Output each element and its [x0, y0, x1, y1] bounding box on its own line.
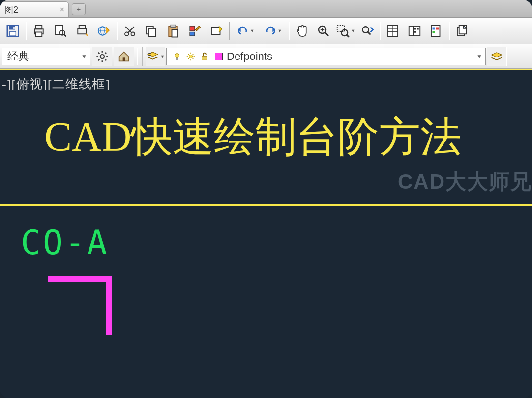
layer-states-button[interactable] [487, 47, 506, 66]
app-window: 图2 × + [0, 0, 532, 398]
publish-button[interactable] [93, 20, 115, 42]
save-button[interactable] [2, 20, 24, 42]
svg-rect-5 [36, 26, 42, 29]
layers-icon [490, 50, 503, 63]
toolbar-separator [449, 22, 449, 40]
svg-line-9 [64, 35, 66, 37]
svg-rect-24 [190, 26, 195, 31]
main-toolbar: ▼ ▼ ▼ [0, 18, 532, 44]
command-hint-text: CO-A [21, 223, 109, 262]
svg-rect-48 [433, 31, 435, 33]
layer-color-swatch [215, 53, 223, 60]
zoom-previous-button[interactable] [356, 20, 378, 42]
copy-icon [144, 24, 159, 38]
hand-icon [295, 24, 309, 38]
step-vertical-segment [106, 276, 112, 335]
house-icon [117, 50, 131, 63]
drawing-yellow-line [0, 204, 532, 206]
redo-button[interactable]: ▼ [259, 20, 287, 42]
close-tab-icon[interactable]: × [60, 5, 64, 14]
drawing-title-text: CAD快速绘制台阶方法 [44, 109, 462, 165]
dropdown-icon: ▼ [160, 54, 165, 59]
toolbar-separator [117, 22, 117, 40]
drawing-canvas[interactable]: -][俯视][二维线框] CAD快速绘制台阶方法 CAD大大师兄 CO-A [0, 69, 532, 398]
document-tab-label: 图2 [4, 4, 18, 16]
print-button[interactable] [28, 20, 50, 42]
lightbulb-on-icon [172, 51, 182, 62]
svg-rect-44 [414, 31, 416, 33]
svg-line-28 [325, 32, 328, 36]
globe-arrow-icon [96, 24, 111, 38]
paste-button[interactable] [162, 20, 184, 42]
zoom-window-button[interactable]: ▼ [334, 20, 356, 42]
watermark-text: CAD大大师兄 [398, 168, 532, 196]
dropdown-icon: ▼ [351, 28, 355, 33]
dropdown-icon: ▼ [278, 28, 282, 33]
workspace-settings-button[interactable] [92, 47, 112, 66]
svg-rect-42 [414, 28, 416, 30]
toolbar-separator [137, 48, 137, 65]
svg-rect-3 [13, 27, 15, 29]
print-preview-icon [53, 24, 68, 38]
home-button[interactable] [114, 47, 134, 66]
svg-rect-25 [190, 32, 195, 36]
chevron-down-icon: ▼ [476, 53, 482, 60]
layer-state-icons [172, 51, 210, 62]
drawing-step-shape [48, 276, 112, 282]
toolbar-separator [26, 22, 26, 40]
layer-stack-icon [146, 50, 159, 63]
workspace-selected-label: 经典 [7, 49, 29, 64]
layer-dropdown[interactable]: Defpoints ▼ [166, 48, 486, 65]
svg-rect-47 [436, 28, 439, 30]
svg-rect-2 [10, 31, 16, 36]
workspace-layer-toolbar: 经典 ▼ ▼ Defpoints ▼ [0, 44, 532, 69]
design-center-icon [407, 24, 422, 38]
toolbar-separator [380, 22, 380, 40]
print-preview-button[interactable] [50, 20, 71, 42]
document-tab[interactable]: 图2 × [0, 1, 69, 17]
lock-open-icon [199, 51, 210, 62]
svg-rect-20 [149, 28, 156, 36]
svg-rect-58 [202, 56, 207, 60]
floppy-icon [5, 24, 20, 38]
new-tab-button[interactable]: + [72, 3, 86, 15]
layer-properties-button[interactable]: ▼ [146, 47, 165, 66]
svg-point-55 [175, 53, 179, 57]
chevron-down-icon: ▼ [81, 53, 87, 60]
svg-rect-56 [176, 57, 178, 60]
sheet-set-button[interactable] [451, 20, 473, 42]
dropdown-icon: ▼ [250, 28, 255, 33]
undo-button[interactable]: ▼ [232, 20, 259, 42]
plot-button[interactable] [71, 20, 93, 42]
plotter-icon [75, 24, 89, 38]
svg-rect-43 [417, 28, 419, 30]
properties-icon [385, 24, 400, 38]
svg-rect-6 [36, 32, 42, 37]
sun-icon [185, 51, 196, 62]
pan-button[interactable] [291, 20, 313, 42]
svg-rect-11 [79, 26, 86, 28]
sheets-icon [455, 24, 470, 38]
svg-rect-50 [459, 26, 467, 34]
zoom-icon [316, 24, 331, 38]
palettes-icon [429, 24, 443, 38]
viewport-controls-label[interactable]: -][俯视][二维线框] [2, 76, 110, 93]
copy-button[interactable] [141, 20, 162, 42]
design-center-button[interactable] [404, 20, 425, 42]
match-properties-button[interactable] [184, 20, 206, 42]
properties-button[interactable] [382, 20, 404, 42]
step-horizontal-segment [48, 276, 112, 282]
plus-icon: + [77, 5, 81, 13]
document-tab-bar: 图2 × + [0, 0, 532, 18]
workspace-dropdown[interactable]: 经典 ▼ [2, 48, 90, 65]
zoom-window-icon [335, 24, 350, 38]
zoom-realtime-button[interactable] [313, 20, 334, 42]
layer-panel: ▼ Defpoints ▼ [142, 47, 507, 66]
tool-palettes-button[interactable] [425, 20, 447, 42]
block-editor-button[interactable] [206, 20, 227, 42]
svg-point-57 [189, 55, 192, 58]
toolbar-separator [229, 22, 230, 40]
scissors-icon [122, 24, 137, 38]
cut-button[interactable] [119, 20, 141, 42]
svg-rect-46 [433, 28, 435, 30]
